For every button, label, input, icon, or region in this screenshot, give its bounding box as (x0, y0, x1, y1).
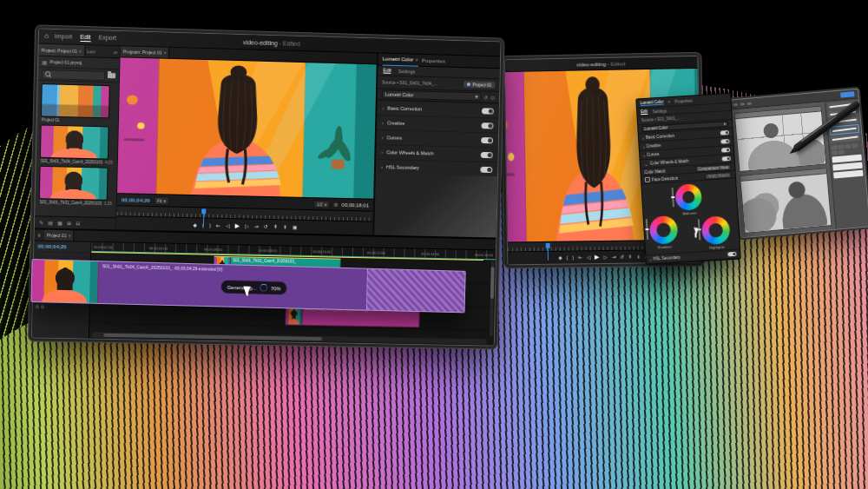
primary-action-button[interactable] (840, 91, 854, 97)
subtab-settings[interactable]: Settings (653, 109, 667, 114)
tab-close-icon[interactable]: × (164, 50, 167, 56)
face-detection-checkbox[interactable] (645, 177, 650, 182)
new-bin-icon[interactable]: ⊞ (67, 220, 71, 226)
play-icon[interactable]: ▶ (235, 222, 240, 229)
menu-import[interactable]: Import (55, 33, 72, 42)
tool-option[interactable] (831, 145, 837, 150)
section-toggle[interactable] (482, 108, 494, 114)
go-to-out-icon[interactable]: ⇥ (254, 223, 259, 229)
home-icon[interactable]: ⌂ (44, 33, 49, 40)
search-input[interactable] (42, 69, 105, 80)
reset-icon[interactable]: ↺ (483, 94, 488, 100)
delete-icon[interactable]: ⊟ (76, 220, 80, 226)
list-item[interactable]: S01_Sh01_Tk04_Cam4_20250103_4;20 (40, 124, 115, 164)
tab-lumetri-color[interactable]: Lumetri Color (640, 100, 663, 107)
tab-overflow-icon[interactable]: ≫ (113, 50, 119, 55)
tab-close-icon[interactable]: × (79, 48, 82, 53)
mark-out-icon[interactable]: } (209, 222, 211, 228)
section-toggle[interactable] (721, 148, 730, 153)
tab-program[interactable]: Program: Project 01 × (121, 46, 170, 58)
extract-icon[interactable]: ⇟ (636, 254, 641, 259)
tool-option[interactable] (852, 143, 858, 149)
tab-lumetri-color[interactable]: Lumetri Color × (383, 53, 418, 66)
list-item[interactable]: Project 01 (41, 83, 115, 123)
automate-icon[interactable]: ✎ (39, 219, 43, 225)
snap-icon[interactable]: ≡ (38, 232, 41, 237)
tool-option[interactable] (832, 150, 838, 155)
clip-chip[interactable]: Project 01 (464, 81, 495, 89)
toolbar-item[interactable] (733, 102, 738, 105)
step-back-icon[interactable]: ◁ (587, 254, 590, 260)
clip-thumbnail[interactable] (39, 166, 108, 201)
tab-properties[interactable]: Properties (422, 57, 445, 63)
brush-preset[interactable] (830, 134, 860, 143)
midtones-wheel[interactable] (674, 183, 702, 211)
highlights-wheel[interactable] (701, 215, 731, 245)
playhead[interactable] (546, 243, 550, 248)
section-toggle[interactable] (722, 156, 731, 162)
apply-match-button[interactable]: Apply Match (705, 171, 732, 179)
tool-option[interactable] (845, 144, 851, 149)
go-to-in-icon[interactable]: ⇤ (578, 254, 582, 260)
playhead[interactable] (202, 208, 207, 214)
project-item-list: Project 01 S01_Sh01_Tk04_Cam4_20250103_4… (35, 81, 119, 217)
tab-close-icon[interactable]: × (667, 100, 670, 104)
tool-option[interactable] (838, 144, 844, 149)
shadows-slider[interactable] (646, 219, 648, 240)
loop-icon[interactable]: ↺ (264, 223, 268, 229)
step-forward-icon[interactable]: ▷ (603, 254, 607, 260)
add-marker-icon[interactable]: ◆ (558, 255, 562, 261)
playback-resolution-dropdown[interactable]: 1/2▾ (313, 200, 331, 208)
settings-wrench-icon[interactable]: ⚙ (333, 202, 339, 208)
storyboard-frame[interactable] (740, 168, 832, 234)
mark-in-icon[interactable]: { (566, 255, 568, 261)
menu-export[interactable]: Export (99, 34, 117, 43)
clip-thumbnail[interactable] (40, 124, 109, 159)
go-to-out-icon[interactable]: ⇥ (612, 254, 616, 260)
go-to-in-icon[interactable]: ⇤ (216, 222, 220, 228)
tab-close-icon[interactable]: × (415, 57, 418, 63)
mark-out-icon[interactable]: } (572, 254, 574, 260)
loop-icon[interactable]: ↺ (620, 254, 624, 260)
tool-option[interactable] (838, 149, 845, 155)
list-item[interactable]: S01_Sh01_Tk01_Cam4_20250103_1;19 (39, 166, 114, 206)
tab-close-icon[interactable]: × (69, 233, 71, 238)
clip-thumbnail (31, 260, 99, 303)
folder-icon[interactable] (108, 73, 115, 78)
export-frame-icon[interactable]: ▣ (293, 224, 298, 230)
layer-item[interactable] (833, 170, 863, 179)
toolbar-item[interactable] (747, 102, 752, 104)
visibility-eye-icon[interactable]: ⊙ (490, 94, 495, 100)
shadows-wheel[interactable] (649, 215, 679, 245)
sequence-thumbnail[interactable] (41, 83, 110, 118)
preset-dropdown[interactable]: Lumetri Color ▾ (382, 89, 482, 101)
tab-lumetri-truncated[interactable]: Lum (85, 49, 97, 54)
subtab-edit[interactable]: Edit (641, 109, 648, 115)
section-toggle[interactable] (482, 122, 494, 129)
add-marker-icon[interactable]: ◆ (193, 221, 197, 228)
fit-dropdown[interactable]: Fit▾ (154, 196, 169, 205)
section-toggle[interactable] (481, 137, 493, 143)
tab-project[interactable]: Project: Project 01 × (38, 44, 85, 57)
tab-sequence[interactable]: Project 01 × (44, 230, 75, 241)
midtones-slider[interactable] (672, 188, 674, 207)
section-toggle[interactable] (481, 151, 493, 157)
menu-edit[interactable]: Edit (80, 33, 90, 41)
step-forward-icon[interactable]: ▷ (245, 222, 249, 228)
list-view-icon[interactable]: ▤ (48, 220, 53, 226)
window-title: video-editing - Edited (505, 59, 698, 68)
icon-view-icon[interactable]: ▦ (57, 220, 62, 226)
subtab-settings[interactable]: Settings (398, 69, 416, 74)
step-back-icon[interactable]: ◁ (226, 222, 230, 228)
tab-properties[interactable]: Properties (674, 98, 693, 103)
section-toggle[interactable] (480, 166, 492, 172)
lift-icon[interactable]: ⇞ (273, 223, 278, 229)
extract-icon[interactable]: ⇟ (283, 223, 287, 229)
lift-icon[interactable]: ⇞ (628, 254, 633, 260)
section-toggle[interactable] (720, 139, 729, 144)
toolbar-item[interactable] (740, 102, 745, 105)
section-toggle[interactable] (720, 130, 729, 135)
subtab-edit[interactable]: Edit (383, 68, 391, 74)
section-toggle[interactable] (727, 252, 736, 257)
play-icon[interactable]: ▶ (595, 254, 600, 261)
